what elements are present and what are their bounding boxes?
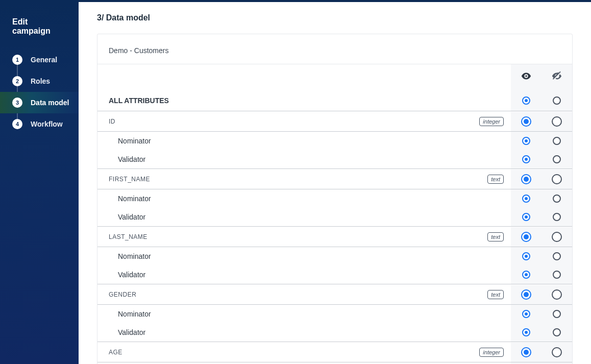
role-row: Nominator <box>97 189 572 208</box>
wizard-step-workflow[interactable]: 4Workflow <box>12 113 79 135</box>
role-hidden-radio[interactable] <box>553 252 561 260</box>
attribute-header-row: FIRST_NAME text <box>97 169 572 189</box>
attribute-visible-radio[interactable] <box>521 289 531 300</box>
attribute-type-badge: text <box>487 290 504 299</box>
page-title: 3/ Data model <box>97 13 573 22</box>
attribute-visible-radio[interactable] <box>521 347 531 357</box>
attribute-visible-radio[interactable] <box>521 232 531 242</box>
role-row: Nominator <box>97 247 572 265</box>
role-name: Nominator <box>118 252 511 260</box>
role-name: Validator <box>118 213 511 221</box>
role-name: Nominator <box>118 195 511 203</box>
attribute-name: AGE <box>109 349 122 356</box>
data-model-card: Demo - Customers <box>97 34 573 364</box>
attribute-header-row: ID integer <box>97 111 572 132</box>
role-row: Validator <box>97 265 572 284</box>
role-name: Nominator <box>118 310 511 318</box>
sidebar-title: Edit campaign <box>0 17 79 49</box>
attribute-type-badge: text <box>487 175 504 184</box>
eye-icon <box>521 70 532 84</box>
step-number: 3 <box>12 98 22 108</box>
all-visible-radio[interactable] <box>522 96 530 105</box>
attribute-table: ALL ATTRIBUTES ID integer Nominator Vali… <box>97 64 572 364</box>
column-hidden-header <box>541 64 572 90</box>
attribute-hidden-radio[interactable] <box>552 174 562 184</box>
role-visible-radio[interactable] <box>522 328 530 336</box>
attribute-name: ID <box>109 118 115 125</box>
step-label: Workflow <box>31 120 63 128</box>
attribute-section: FIRST_NAME text Nominator Validator <box>97 169 572 227</box>
step-number: 1 <box>12 55 22 65</box>
column-visible-header <box>511 64 541 90</box>
attribute-type-badge: integer <box>479 348 504 357</box>
attribute-hidden-radio[interactable] <box>552 232 562 242</box>
wizard-step-roles[interactable]: 2Roles <box>12 70 79 92</box>
step-number: 4 <box>12 119 22 129</box>
role-visible-radio[interactable] <box>522 137 530 145</box>
attribute-hidden-radio[interactable] <box>552 347 562 357</box>
role-name: Validator <box>118 328 511 336</box>
role-hidden-radio[interactable] <box>553 137 561 145</box>
role-row: Nominator <box>97 132 572 150</box>
role-visible-radio[interactable] <box>522 310 530 318</box>
table-header <box>97 64 572 90</box>
role-visible-radio[interactable] <box>522 155 530 163</box>
all-attributes-label: ALL ATTRIBUTES <box>109 96 511 105</box>
role-hidden-radio[interactable] <box>553 310 561 318</box>
attribute-type-badge: integer <box>479 117 504 126</box>
all-hidden-radio[interactable] <box>553 96 561 105</box>
attribute-section: LAST_NAME text Nominator Validator <box>97 227 572 284</box>
step-label: Data model <box>31 99 69 107</box>
eye-off-icon <box>551 70 562 84</box>
role-visible-radio[interactable] <box>522 252 530 260</box>
role-name: Validator <box>118 155 511 163</box>
role-name: Nominator <box>118 137 511 145</box>
attribute-visible-radio[interactable] <box>521 116 531 127</box>
role-visible-radio[interactable] <box>522 271 530 279</box>
role-hidden-radio[interactable] <box>553 195 561 203</box>
wizard-steps: 1General2Roles3Data model4Workflow <box>0 49 79 135</box>
attribute-section: ID integer Nominator Validator <box>97 111 572 169</box>
attribute-type-badge: text <box>487 232 504 241</box>
attribute-section: AGE integer Nominator <box>97 342 572 364</box>
role-name: Validator <box>118 271 511 279</box>
role-visible-radio[interactable] <box>522 195 530 203</box>
role-row: Validator <box>97 323 572 342</box>
role-hidden-radio[interactable] <box>553 328 561 336</box>
wizard-step-general[interactable]: 1General <box>12 49 79 70</box>
role-visible-radio[interactable] <box>522 213 530 221</box>
role-hidden-radio[interactable] <box>553 271 561 279</box>
attribute-header-row: LAST_NAME text <box>97 227 572 247</box>
step-label: General <box>31 56 57 64</box>
role-row: Validator <box>97 150 572 168</box>
role-row: Validator <box>97 208 572 226</box>
attribute-hidden-radio[interactable] <box>552 289 562 300</box>
attribute-visible-radio[interactable] <box>521 174 531 184</box>
attribute-section: GENDER text Nominator Validator <box>97 284 572 342</box>
role-hidden-radio[interactable] <box>553 155 561 163</box>
step-number: 2 <box>12 76 22 86</box>
attribute-name: LAST_NAME <box>109 233 147 240</box>
all-attributes-row: ALL ATTRIBUTES <box>97 90 572 111</box>
attribute-name: FIRST_NAME <box>109 176 150 183</box>
wizard-step-data-model[interactable]: 3Data model <box>0 92 79 113</box>
role-hidden-radio[interactable] <box>553 213 561 221</box>
attribute-name: GENDER <box>109 291 136 298</box>
attribute-header-row: AGE integer <box>97 342 572 362</box>
card-subtitle: Demo - Customers <box>97 46 572 64</box>
role-row: Nominator <box>97 305 572 323</box>
step-label: Roles <box>31 77 50 85</box>
attribute-header-row: GENDER text <box>97 284 572 305</box>
sidebar: Edit campaign 1General2Roles3Data model4… <box>0 0 79 364</box>
main-content: 3/ Data model Demo - Customers <box>79 0 591 364</box>
attribute-hidden-radio[interactable] <box>552 116 562 127</box>
